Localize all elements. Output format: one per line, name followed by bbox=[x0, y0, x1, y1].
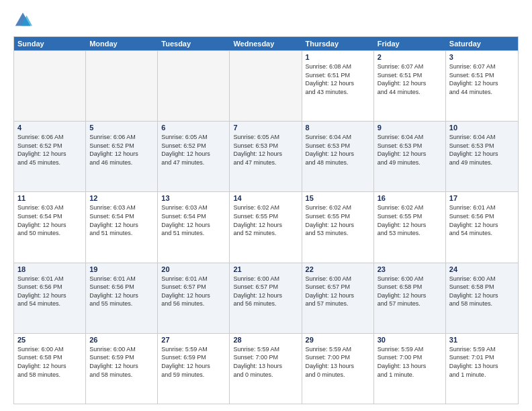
day-info: Sunrise: 5:59 AM Sunset: 6:59 PM Dayligh… bbox=[161, 345, 226, 379]
day-number: 8 bbox=[306, 124, 370, 132]
day-number: 24 bbox=[449, 265, 515, 273]
header bbox=[13, 11, 519, 30]
calendar-cell bbox=[14, 51, 86, 121]
calendar-row-4: 18Sunrise: 6:01 AM Sunset: 6:56 PM Dayli… bbox=[14, 263, 518, 333]
calendar-cell: 11Sunrise: 6:03 AM Sunset: 6:54 PM Dayli… bbox=[14, 192, 86, 262]
calendar-cell: 28Sunrise: 5:59 AM Sunset: 7:00 PM Dayli… bbox=[230, 334, 302, 404]
day-info: Sunrise: 6:00 AM Sunset: 6:58 PM Dayligh… bbox=[449, 275, 515, 308]
day-number: 31 bbox=[449, 336, 515, 344]
day-info: Sunrise: 6:01 AM Sunset: 6:57 PM Dayligh… bbox=[161, 275, 226, 308]
logo-icon bbox=[13, 11, 32, 30]
calendar-row-3: 11Sunrise: 6:03 AM Sunset: 6:54 PM Dayli… bbox=[14, 191, 518, 262]
day-info: Sunrise: 6:02 AM Sunset: 6:55 PM Dayligh… bbox=[233, 203, 298, 237]
calendar-cell: 23Sunrise: 6:00 AM Sunset: 6:58 PM Dayli… bbox=[374, 263, 446, 333]
day-number: 9 bbox=[378, 124, 442, 132]
weekday-header-tuesday: Tuesday bbox=[158, 37, 230, 50]
calendar-cell: 9Sunrise: 6:04 AM Sunset: 6:53 PM Daylig… bbox=[374, 122, 446, 191]
calendar-cell: 2Sunrise: 6:07 AM Sunset: 6:51 PM Daylig… bbox=[374, 51, 446, 121]
day-info: Sunrise: 6:00 AM Sunset: 6:58 PM Dayligh… bbox=[17, 345, 82, 379]
day-number: 17 bbox=[449, 194, 515, 202]
day-number: 13 bbox=[161, 194, 226, 202]
calendar-row-5: 25Sunrise: 6:00 AM Sunset: 6:58 PM Dayli… bbox=[14, 333, 518, 404]
weekday-header-sunday: Sunday bbox=[14, 37, 86, 50]
day-info: Sunrise: 6:01 AM Sunset: 6:56 PM Dayligh… bbox=[449, 203, 515, 237]
day-number: 2 bbox=[378, 53, 442, 61]
logo bbox=[13, 11, 35, 30]
calendar-cell: 1Sunrise: 6:08 AM Sunset: 6:51 PM Daylig… bbox=[302, 51, 374, 121]
day-info: Sunrise: 6:00 AM Sunset: 6:57 PM Dayligh… bbox=[306, 275, 370, 308]
day-number: 30 bbox=[378, 336, 442, 344]
calendar-cell: 3Sunrise: 6:07 AM Sunset: 6:51 PM Daylig… bbox=[446, 51, 518, 121]
calendar-cell: 20Sunrise: 6:01 AM Sunset: 6:57 PM Dayli… bbox=[158, 263, 230, 333]
calendar-cell: 12Sunrise: 6:03 AM Sunset: 6:54 PM Dayli… bbox=[86, 192, 158, 262]
calendar-cell: 29Sunrise: 5:59 AM Sunset: 7:00 PM Dayli… bbox=[302, 334, 374, 404]
calendar-cell: 10Sunrise: 6:04 AM Sunset: 6:53 PM Dayli… bbox=[446, 122, 518, 191]
day-number: 11 bbox=[17, 194, 82, 202]
day-number: 20 bbox=[161, 265, 226, 273]
calendar-cell: 7Sunrise: 6:05 AM Sunset: 6:53 PM Daylig… bbox=[230, 122, 302, 191]
weekday-header-friday: Friday bbox=[374, 37, 446, 50]
day-number: 3 bbox=[449, 53, 515, 61]
day-info: Sunrise: 6:07 AM Sunset: 6:51 PM Dayligh… bbox=[449, 62, 515, 96]
calendar-cell: 15Sunrise: 6:02 AM Sunset: 6:55 PM Dayli… bbox=[302, 192, 374, 262]
calendar-row-1: 1Sunrise: 6:08 AM Sunset: 6:51 PM Daylig… bbox=[14, 50, 518, 121]
calendar-cell bbox=[86, 51, 158, 121]
day-number: 10 bbox=[449, 124, 515, 132]
calendar-row-2: 4Sunrise: 6:06 AM Sunset: 6:52 PM Daylig… bbox=[14, 121, 518, 191]
day-info: Sunrise: 6:00 AM Sunset: 6:58 PM Dayligh… bbox=[378, 275, 442, 308]
day-info: Sunrise: 6:07 AM Sunset: 6:51 PM Dayligh… bbox=[378, 62, 442, 96]
day-info: Sunrise: 6:04 AM Sunset: 6:53 PM Dayligh… bbox=[378, 133, 442, 167]
weekday-header-monday: Monday bbox=[86, 37, 158, 50]
day-number: 16 bbox=[378, 194, 442, 202]
calendar-cell: 13Sunrise: 6:03 AM Sunset: 6:54 PM Dayli… bbox=[158, 192, 230, 262]
calendar-cell: 26Sunrise: 6:00 AM Sunset: 6:59 PM Dayli… bbox=[86, 334, 158, 404]
day-number: 25 bbox=[17, 336, 82, 344]
calendar-cell: 8Sunrise: 6:04 AM Sunset: 6:53 PM Daylig… bbox=[302, 122, 374, 191]
calendar-header: SundayMondayTuesdayWednesdayThursdayFrid… bbox=[14, 37, 518, 50]
day-number: 28 bbox=[233, 336, 298, 344]
day-number: 18 bbox=[17, 265, 82, 273]
calendar-cell: 18Sunrise: 6:01 AM Sunset: 6:56 PM Dayli… bbox=[14, 263, 86, 333]
calendar-cell: 22Sunrise: 6:00 AM Sunset: 6:57 PM Dayli… bbox=[302, 263, 374, 333]
calendar-cell: 19Sunrise: 6:01 AM Sunset: 6:56 PM Dayli… bbox=[86, 263, 158, 333]
calendar-cell: 14Sunrise: 6:02 AM Sunset: 6:55 PM Dayli… bbox=[230, 192, 302, 262]
day-info: Sunrise: 6:00 AM Sunset: 6:57 PM Dayligh… bbox=[233, 275, 298, 308]
day-number: 29 bbox=[306, 336, 370, 344]
calendar-cell: 5Sunrise: 6:06 AM Sunset: 6:52 PM Daylig… bbox=[86, 122, 158, 191]
day-info: Sunrise: 6:01 AM Sunset: 6:56 PM Dayligh… bbox=[89, 275, 154, 308]
day-info: Sunrise: 6:06 AM Sunset: 6:52 PM Dayligh… bbox=[17, 133, 82, 167]
calendar-cell: 24Sunrise: 6:00 AM Sunset: 6:58 PM Dayli… bbox=[446, 263, 518, 333]
day-info: Sunrise: 6:02 AM Sunset: 6:55 PM Dayligh… bbox=[306, 203, 370, 237]
calendar-cell: 16Sunrise: 6:02 AM Sunset: 6:55 PM Dayli… bbox=[374, 192, 446, 262]
day-number: 19 bbox=[89, 265, 154, 273]
day-info: Sunrise: 6:04 AM Sunset: 6:53 PM Dayligh… bbox=[306, 133, 370, 167]
weekday-header-wednesday: Wednesday bbox=[230, 37, 302, 50]
day-info: Sunrise: 6:03 AM Sunset: 6:54 PM Dayligh… bbox=[161, 203, 226, 237]
day-number: 1 bbox=[306, 53, 370, 61]
calendar-cell: 4Sunrise: 6:06 AM Sunset: 6:52 PM Daylig… bbox=[14, 122, 86, 191]
weekday-header-saturday: Saturday bbox=[446, 37, 518, 50]
day-info: Sunrise: 6:06 AM Sunset: 6:52 PM Dayligh… bbox=[89, 133, 154, 167]
day-number: 12 bbox=[89, 194, 154, 202]
calendar-cell: 6Sunrise: 6:05 AM Sunset: 6:52 PM Daylig… bbox=[158, 122, 230, 191]
day-number: 22 bbox=[306, 265, 370, 273]
day-number: 27 bbox=[161, 336, 226, 344]
weekday-header-thursday: Thursday bbox=[302, 37, 374, 50]
day-info: Sunrise: 6:04 AM Sunset: 6:53 PM Dayligh… bbox=[449, 133, 515, 167]
day-number: 5 bbox=[89, 124, 154, 132]
day-info: Sunrise: 6:02 AM Sunset: 6:55 PM Dayligh… bbox=[378, 203, 442, 237]
day-info: Sunrise: 5:59 AM Sunset: 7:00 PM Dayligh… bbox=[378, 345, 442, 379]
day-number: 21 bbox=[233, 265, 298, 273]
day-info: Sunrise: 5:59 AM Sunset: 7:00 PM Dayligh… bbox=[306, 345, 370, 379]
calendar-cell: 25Sunrise: 6:00 AM Sunset: 6:58 PM Dayli… bbox=[14, 334, 86, 404]
calendar-cell bbox=[158, 51, 230, 121]
day-info: Sunrise: 6:03 AM Sunset: 6:54 PM Dayligh… bbox=[89, 203, 154, 237]
day-number: 15 bbox=[306, 194, 370, 202]
day-number: 23 bbox=[378, 265, 442, 273]
day-number: 7 bbox=[233, 124, 298, 132]
day-info: Sunrise: 6:00 AM Sunset: 6:59 PM Dayligh… bbox=[89, 345, 154, 379]
calendar-body: 1Sunrise: 6:08 AM Sunset: 6:51 PM Daylig… bbox=[14, 50, 518, 404]
day-info: Sunrise: 6:01 AM Sunset: 6:56 PM Dayligh… bbox=[17, 275, 82, 308]
calendar-cell: 30Sunrise: 5:59 AM Sunset: 7:00 PM Dayli… bbox=[374, 334, 446, 404]
calendar-cell: 27Sunrise: 5:59 AM Sunset: 6:59 PM Dayli… bbox=[158, 334, 230, 404]
